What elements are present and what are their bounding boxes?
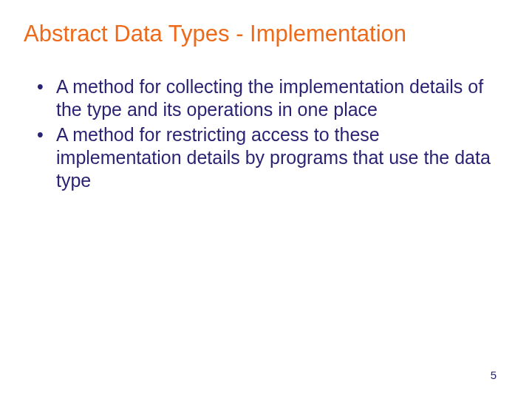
page-number: 5: [491, 369, 497, 381]
slide-title: Abstract Data Types - Implementation: [24, 21, 508, 47]
bullet-item: A method for collecting the implementati…: [37, 75, 508, 122]
bullet-item: A method for restricting access to these…: [37, 123, 508, 193]
slide-container: Abstract Data Types - Implementation A m…: [0, 0, 532, 399]
bullet-list: A method for collecting the implementati…: [24, 75, 508, 192]
